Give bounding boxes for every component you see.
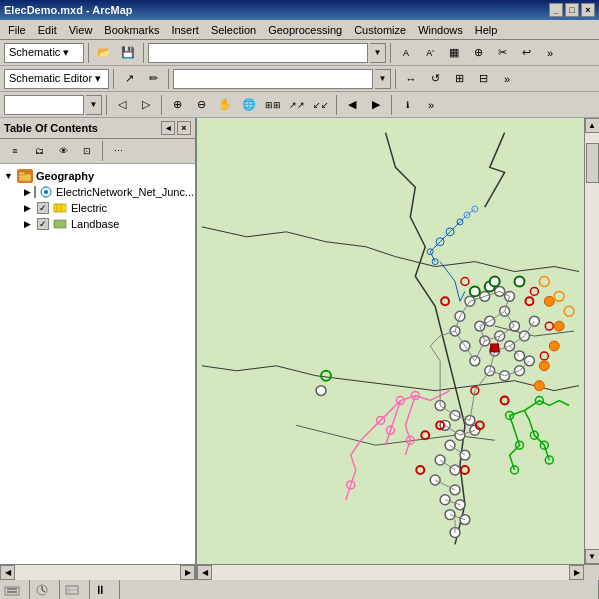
toc-list-view[interactable]: ≡: [4, 141, 26, 161]
menu-view[interactable]: View: [63, 22, 99, 38]
editor-layer-dropdown[interactable]: [173, 69, 373, 89]
map-wrapper: ▲ ▼: [197, 118, 599, 564]
full-extent[interactable]: ⊞⊞: [262, 95, 284, 115]
group-folder-icon: [17, 169, 33, 183]
menu-customize[interactable]: Customize: [348, 22, 412, 38]
pan-right[interactable]: ▶: [365, 95, 387, 115]
status-icon-2[interactable]: [30, 580, 60, 599]
toc-scroll-right[interactable]: ▶: [180, 565, 195, 580]
scroll-down-arrow[interactable]: ▼: [585, 549, 600, 564]
editor-expand[interactable]: »: [496, 69, 518, 89]
identify[interactable]: ℹ: [396, 95, 418, 115]
tree-item-electric[interactable]: ▶ ✓ Electric: [22, 200, 193, 216]
editor-select-all[interactable]: ⊞: [448, 69, 470, 89]
tool-btn-4[interactable]: ⊕: [467, 43, 489, 63]
title-bar-buttons[interactable]: _ □ ×: [549, 3, 595, 17]
menu-geoprocessing[interactable]: Geoprocessing: [262, 22, 348, 38]
nav-expand[interactable]: »: [420, 95, 442, 115]
scroll-thumb-right[interactable]: [586, 143, 599, 183]
open-button[interactable]: 📂: [93, 43, 115, 63]
menu-edit[interactable]: Edit: [32, 22, 63, 38]
scroll-up-arrow[interactable]: ▲: [585, 118, 600, 133]
tool-btn-5[interactable]: ✂: [491, 43, 513, 63]
minimize-button[interactable]: _: [549, 3, 563, 17]
tool-btn-2[interactable]: A': [419, 43, 441, 63]
map-scroll-left[interactable]: ◀: [197, 565, 212, 580]
checkbox-landbase[interactable]: ✓: [37, 218, 49, 230]
close-button[interactable]: ×: [581, 3, 595, 17]
status-icon-4[interactable]: ⏸: [90, 580, 120, 599]
toc-header-icons[interactable]: ◂ ×: [161, 121, 191, 135]
toc-auto-hide[interactable]: ◂: [161, 121, 175, 135]
toc-source-view[interactable]: 🗂: [28, 141, 50, 161]
tool-btn-3[interactable]: ▦: [443, 43, 465, 63]
zoom-out[interactable]: ⊖: [190, 95, 212, 115]
nav-back[interactable]: ◁: [111, 95, 133, 115]
tree-group-geography-header[interactable]: ▼ Geography: [2, 168, 193, 184]
zoom-in[interactable]: ⊕: [166, 95, 188, 115]
toc-scroll-track[interactable]: [15, 565, 180, 580]
content-area: Table Of Contents ◂ × ≡ 🗂 👁 ⊡ ⋯ ▼: [0, 118, 599, 564]
schematic-dropdown[interactable]: Schematic ▾: [4, 43, 84, 63]
globe[interactable]: 🌐: [238, 95, 260, 115]
menu-file[interactable]: File: [2, 22, 32, 38]
tool-btn-1[interactable]: A: [395, 43, 417, 63]
editor-layer-arrow[interactable]: ▼: [375, 69, 391, 89]
menu-windows[interactable]: Windows: [412, 22, 469, 38]
status-main: [120, 580, 599, 599]
nav-zoom-arrow[interactable]: ▼: [86, 95, 102, 115]
editor-btn-1[interactable]: ↗: [118, 69, 140, 89]
toolbar-schematic: Schematic ▾ 📂 💾 ▼ A A' ▦ ⊕ ✂ ↩ »: [0, 40, 599, 66]
save-button[interactable]: 💾: [117, 43, 139, 63]
toc-visibility-view[interactable]: 👁: [52, 141, 74, 161]
sep-8: [161, 95, 162, 115]
editor-deselect[interactable]: ⊟: [472, 69, 494, 89]
toc-tree: ▼ Geography ▶: [0, 164, 195, 564]
network-label: ElectricNetwork_Net_Junc...: [56, 186, 194, 198]
svg-rect-147: [5, 587, 19, 595]
map-scroll-right[interactable]: ▶: [569, 565, 584, 580]
editor-move[interactable]: ↔: [400, 69, 422, 89]
maximize-button[interactable]: □: [565, 3, 579, 17]
toc-scroll-left[interactable]: ◀: [0, 565, 15, 580]
tool-btn-6[interactable]: ↩: [515, 43, 537, 63]
scroll-track-right[interactable]: [585, 133, 600, 549]
svg-point-80: [470, 286, 480, 296]
schematic-layer-dropdown[interactable]: [148, 43, 368, 63]
schematic-editor-dropdown[interactable]: Schematic Editor ▾: [4, 69, 109, 89]
status-icon-1[interactable]: [0, 580, 30, 599]
pan[interactable]: ✋: [214, 95, 236, 115]
checkbox-network[interactable]: [34, 186, 36, 198]
toolbar-schematic-editor: Schematic Editor ▾ ↗ ✏ ▼ ↔ ↺ ⊞ ⊟ »: [0, 66, 599, 92]
menu-bookmarks[interactable]: Bookmarks: [98, 22, 165, 38]
menu-help[interactable]: Help: [469, 22, 504, 38]
map-scroll-track[interactable]: [212, 565, 569, 580]
editor-rotate[interactable]: ↺: [424, 69, 446, 89]
svg-point-76: [554, 321, 564, 331]
pan-left[interactable]: ◀: [341, 95, 363, 115]
toc-bottom-scrollbar[interactable]: ◀ ▶: [0, 565, 197, 580]
tool-btn-expand[interactable]: »: [539, 43, 561, 63]
menu-selection[interactable]: Selection: [205, 22, 262, 38]
nav-zoom-dropdown[interactable]: [4, 95, 84, 115]
toc-toolbar: ≡ 🗂 👁 ⊡ ⋯: [0, 139, 195, 164]
svg-point-3: [44, 190, 48, 194]
fixed-zoom-out[interactable]: ↙↙: [310, 95, 332, 115]
sep-9: [336, 95, 337, 115]
schematic-layer-arrow[interactable]: ▼: [370, 43, 386, 63]
sep-6: [395, 69, 396, 89]
fixed-zoom-in[interactable]: ↗↗: [286, 95, 308, 115]
tree-item-landbase[interactable]: ▶ ✓ Landbase: [22, 216, 193, 232]
map-area[interactable]: [197, 118, 584, 564]
map-bottom-scrollbar[interactable]: ◀ ▶: [197, 565, 584, 580]
editor-btn-2[interactable]: ✏: [142, 69, 164, 89]
tree-item-network-junction[interactable]: ▶ ElectricNetwork_Net_Junc...: [22, 184, 193, 200]
nav-forward[interactable]: ▷: [135, 95, 157, 115]
checkbox-electric[interactable]: ✓: [37, 202, 49, 214]
toc-selection-view[interactable]: ⊡: [76, 141, 98, 161]
status-icon-3[interactable]: [60, 580, 90, 599]
right-scrollbar[interactable]: ▲ ▼: [584, 118, 599, 564]
menu-insert[interactable]: Insert: [165, 22, 205, 38]
toc-close[interactable]: ×: [177, 121, 191, 135]
toc-options[interactable]: ⋯: [107, 141, 129, 161]
